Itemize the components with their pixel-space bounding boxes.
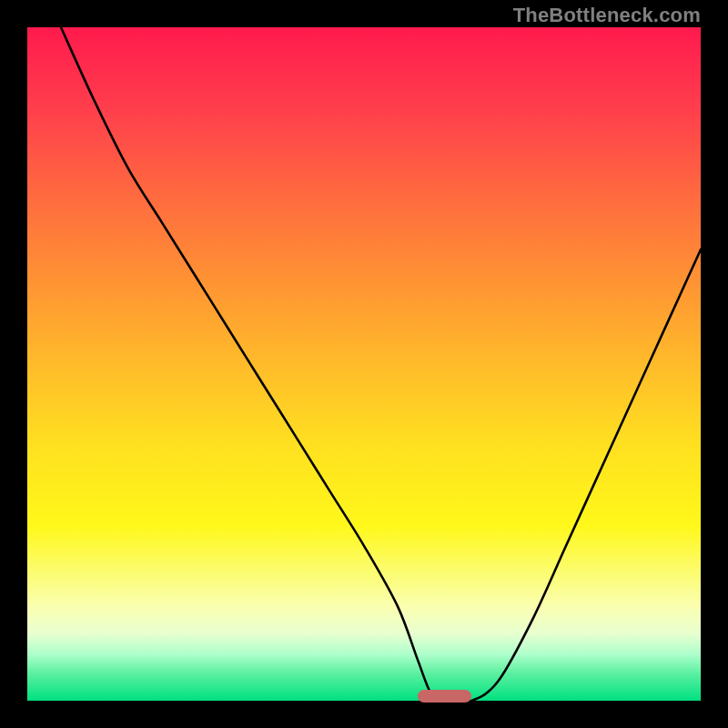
watermark-text: TheBottleneck.com bbox=[513, 4, 701, 27]
bottleneck-curve bbox=[27, 27, 701, 701]
chart-frame: TheBottleneck.com bbox=[0, 0, 728, 728]
plot-area bbox=[27, 27, 701, 701]
optimal-range-marker bbox=[418, 690, 471, 703]
